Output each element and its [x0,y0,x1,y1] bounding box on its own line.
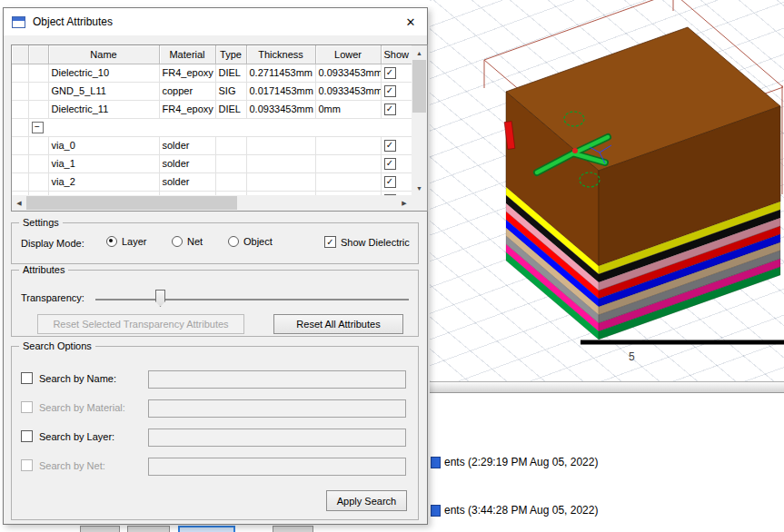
table-row[interactable]: via_0 solder ✓ [12,136,412,154]
cell-thickness[interactable]: 0.0171453mm [246,82,315,100]
cell-material[interactable]: solder [159,154,215,172]
cell-material[interactable]: FR4_epoxy [159,100,215,118]
settings-legend: Settings [19,217,63,228]
row-selector[interactable] [12,172,28,191]
show-checkbox[interactable]: ✓ [384,158,396,170]
scroll-left-icon[interactable]: ◀ [12,195,26,211]
modeler-viewport[interactable]: 5 ents (2:29:19 PM Aug 05, 2022) ents (3… [430,0,784,532]
cell[interactable] [215,136,246,154]
dialog-titlebar[interactable]: Object Attributes ✕ [4,8,427,35]
cell[interactable] [215,154,246,172]
cell[interactable] [28,64,48,82]
taskbar-item-active[interactable] [178,526,235,532]
cell[interactable] [28,100,48,118]
cell[interactable] [28,172,48,191]
cell-material[interactable]: copper [159,82,215,100]
cell-name[interactable]: via_0 [48,136,159,154]
scroll-right-icon[interactable]: ▶ [397,195,412,211]
search-by-layer-checkbox[interactable] [21,430,33,442]
show-dielectric-label: Show Dielectric [341,237,410,248]
radio-layer[interactable]: Layer [106,236,147,247]
row-selector[interactable] [12,64,28,82]
collapse-icon[interactable]: − [32,122,44,133]
taskbar-item[interactable] [273,526,313,532]
close-button[interactable]: ✕ [394,8,427,35]
radio-layer-label: Layer [122,236,147,247]
3d-model[interactable] [430,0,784,381]
table-row[interactable]: Dielectric_10 FR4_epoxy DIEL 0.2711453mm… [12,64,412,82]
show-checkbox[interactable]: ✓ [384,67,396,79]
cell[interactable] [315,172,381,191]
apply-search-button[interactable]: Apply Search [326,490,407,511]
cell[interactable] [28,82,48,100]
cell-type[interactable]: DIEL [215,64,246,82]
cell[interactable] [246,172,315,191]
cell-name[interactable]: Dielectric_11 [48,100,159,118]
col-header-lower[interactable]: Lower [315,45,381,64]
taskbar-item[interactable] [80,526,120,532]
cell-lower[interactable]: 0.0933453mm [315,64,381,82]
cell[interactable] [28,154,48,172]
table-row[interactable]: Dielectric_11 FR4_epoxy DIEL 0.0933453mm… [12,100,412,118]
col-header-name[interactable]: Name [48,45,159,64]
cell-type[interactable]: SIG [215,82,246,100]
cell[interactable] [315,154,381,172]
show-dielectric-checkbox[interactable]: ✓ Show Dielectric [324,236,410,248]
cell-name[interactable]: via_2 [48,172,159,191]
row-selector[interactable] [12,100,28,118]
radio-net[interactable]: Net [172,236,203,247]
cell[interactable] [315,136,381,154]
group-row-objects-across-layers[interactable]: − Objects Across Layers [12,118,412,136]
vertical-scroll-thumb[interactable] [412,60,426,113]
group-header-cell[interactable]: − Objects Across Layers [28,118,412,136]
table-row[interactable]: GND_5_L11 copper SIG 0.0171453mm 0.09334… [12,82,412,100]
row-selector[interactable] [12,118,28,136]
cell-lower[interactable]: 0mm [315,100,381,118]
scroll-down-icon[interactable]: ▼ [412,181,427,195]
cell-lower[interactable]: 0.0933453mm [315,82,381,100]
col-header-show[interactable]: Show [381,45,412,64]
row-selector[interactable] [12,82,28,100]
cell-thickness[interactable]: 0.0933453mm [246,100,315,118]
cell-material[interactable]: solder [159,172,215,191]
cell[interactable] [28,136,48,154]
window-splitter[interactable] [430,381,784,393]
cell[interactable] [215,172,246,191]
table-row[interactable]: via_1 solder ✓ [12,154,412,172]
search-by-layer-input[interactable] [148,429,406,447]
reset-all-attributes-button[interactable]: Reset All Attributes [273,314,403,334]
cell-type[interactable]: DIEL [215,100,246,118]
show-checkbox[interactable]: ✓ [384,85,396,97]
cell-show: ✓ [381,82,412,100]
col-header-material[interactable]: Material [159,45,215,64]
cell-name[interactable]: GND_5_L11 [48,82,159,100]
table-row[interactable]: via_2 solder ✓ [12,172,412,191]
col-header-type[interactable]: Type [215,45,246,64]
show-checkbox[interactable]: ✓ [384,103,396,115]
row-selector[interactable] [12,154,28,172]
search-by-name-checkbox[interactable] [21,372,33,384]
group-label: Objects Across Layers [32,122,131,133]
cell-material[interactable]: FR4_epoxy [159,64,215,82]
taskbar-item[interactable] [127,526,170,532]
reset-selected-label: Reset Selected Transparency Attributes [53,319,228,330]
cell-name[interactable]: Dielectric_10 [48,64,159,82]
horizontal-scrollbar[interactable]: ◀ ▶ [12,195,412,211]
radio-object[interactable]: Object [228,236,273,247]
transparency-slider-track[interactable] [95,299,409,300]
row-selector[interactable] [12,136,28,154]
scroll-up-icon[interactable]: ▲ [412,45,427,60]
cell[interactable] [246,154,315,172]
cell-name[interactable]: via_1 [48,154,159,172]
cell-material[interactable]: solder [159,136,215,154]
horizontal-scroll-thumb[interactable] [26,196,237,210]
search-by-name-input[interactable] [148,370,406,389]
cell-thickness[interactable]: 0.2711453mm [246,64,315,82]
col-header-thickness[interactable]: Thickness [246,45,315,64]
cell[interactable] [246,136,315,154]
message-text: ents (2:29:19 PM Aug 05, 2022) [444,456,598,468]
show-checkbox[interactable]: ✓ [384,176,396,188]
vertical-scrollbar[interactable]: ▲ ▼ [412,45,427,195]
transparency-slider-thumb[interactable] [155,290,165,307]
show-checkbox[interactable]: ✓ [384,140,396,152]
